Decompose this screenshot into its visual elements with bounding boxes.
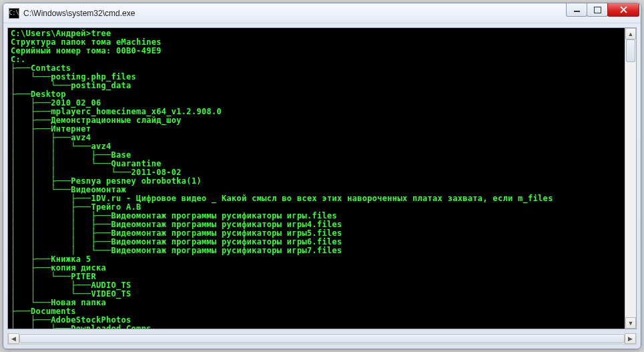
scroll-up-arrow-icon[interactable]: ▲ <box>625 28 636 39</box>
scroll-right-arrow-icon[interactable]: ▶ <box>625 333 636 344</box>
vscroll-track[interactable] <box>625 39 636 317</box>
window-controls <box>567 3 641 23</box>
scroll-down-arrow-icon[interactable]: ▼ <box>625 317 636 329</box>
scroll-left-arrow-icon[interactable]: ◀ <box>8 333 19 344</box>
vertical-scrollbar[interactable]: ▲ ▼ <box>625 28 636 329</box>
hscroll-thumb[interactable] <box>19 334 625 343</box>
console-output[interactable]: C:\Users\Андрей>tree Структура папок том… <box>8 28 625 329</box>
hscroll-track[interactable] <box>19 333 625 344</box>
vscroll-thumb[interactable] <box>626 39 635 62</box>
maximize-button[interactable] <box>587 3 608 17</box>
window-title: C:\Windows\system32\cmd.exe <box>23 9 567 18</box>
cmd-window: C:\ C:\Windows\system32\cmd.exe C:\Users… <box>3 3 641 349</box>
close-icon <box>620 6 627 13</box>
cmd-icon: C:\ <box>9 8 19 19</box>
titlebar[interactable]: C:\ C:\Windows\system32\cmd.exe <box>3 3 641 23</box>
minimize-button[interactable] <box>566 3 587 17</box>
close-button[interactable] <box>607 3 639 17</box>
client-area: C:\Users\Андрей>tree Структура папок том… <box>7 27 637 329</box>
horizontal-scrollbar[interactable]: ◀ ▶ <box>7 333 637 345</box>
